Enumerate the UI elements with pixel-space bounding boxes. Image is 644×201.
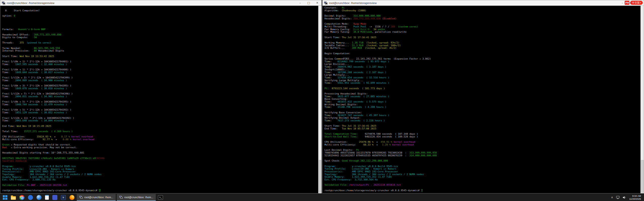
terminal-line: Start Time: Wed Nov 19 13:53:42 2025: [2, 55, 318, 58]
terminal-line: option: 0: [2, 15, 318, 17]
speaker-icon[interactable]: [623, 196, 626, 199]
scrollbar-thumb[interactable]: [319, 160, 321, 193]
display-icon[interactable]: [616, 196, 620, 199]
terminal-line: Start-to-End Wall Time: 9463226.454 seco…: [325, 135, 640, 138]
terminal-line: Algorithm: Chudnovsky (1988): [325, 9, 640, 12]
terminal-line: Time: 1948.744 seconds ( 32.479 minutes …: [2, 103, 318, 106]
globe-icon[interactable]: [36, 195, 42, 200]
chrome-icon[interactable]: [19, 195, 24, 200]
terminal-line: Begin Computation:: [325, 52, 640, 55]
terminal-line: Time: 1625.077 seconds ( 27.085 minutes …: [325, 95, 640, 98]
terminal-line: Time: 268474.982 seconds ( 3.107 days ): [325, 66, 640, 68]
document-icon[interactable]: [45, 195, 49, 200]
terminal-line: [325, 49, 640, 52]
terminal-line: [2, 23, 318, 25]
scrollbar[interactable]: [640, 6, 644, 193]
terminal-line: End Time: Wed Nov 19 18:15:49 2025: [2, 125, 318, 128]
terminal-line: Start Time: Thu Jul 31 17:16:41 2025: [325, 36, 640, 39]
chevron-down-icon: ▾: [640, 2, 641, 4]
putty-icon: [119, 195, 123, 199]
lightroom-icon[interactable]: lr: [61, 195, 66, 200]
terminal-line: [2, 20, 318, 23]
terminal-line: [2, 25, 318, 28]
terminal-line: 0 Start Computation!: [2, 9, 318, 12]
close-button[interactable]: ✕: [313, 0, 321, 6]
terminal-line: Constant: Pi: [325, 7, 640, 9]
terminal-window-right: root@crunchbox: /home/storagereview – □ …: [322, 0, 644, 193]
maximize-button[interactable]: □: [304, 0, 313, 6]
terminal-line: Time: 2094.031 seconds ( 34.901 minutes …: [2, 95, 318, 98]
minimize-button[interactable]: –: [296, 0, 304, 6]
terminal-line: Digits to Compute: 58: [2, 36, 318, 39]
terminal-line: root@crunchbox:/home/storagereview/y-cru…: [2, 189, 318, 192]
terminal-line: Validation File: /mnt/output/Pi - 202511…: [325, 184, 640, 186]
taskbar-window-button-label: root@crunchbox: /hom...: [124, 196, 153, 199]
terminal-line: End Time: Tue Nov 18 05:57:08 2025: [325, 127, 640, 130]
terminal-line: Validation File: Pi-BBP - 20251119-18155…: [2, 184, 318, 187]
terminal-line: Time: 8214462.799 seconds ( 95.075 days …: [325, 60, 640, 63]
terminal-line: Formula: Huvent's 8-term BBP: [2, 28, 318, 31]
terminal-line: Time: 1947.595 seconds ( 32.460 minutes …: [2, 63, 318, 66]
terminal-line: 5218154442 3122022057 8794933535 4650797…: [325, 154, 640, 157]
ime-badge[interactable]: PW 中文版 ▾: [625, 1, 643, 5]
taskbar-window-button-2[interactable]: root@crunchbox: /hom...: [117, 194, 156, 201]
terminal-output-right[interactable]: Constant: PiAlgorithm: Chudnovsky (1988)…: [323, 6, 640, 193]
terminal-line: 602275d1 38b25f61 7d2f2882 cfb9cafc ba54…: [2, 157, 318, 160]
clock-time: 9:34 AM: [629, 194, 641, 197]
terminal-line: Multi-core Efficiency: 66.33 % + 1.20 % …: [325, 143, 640, 146]
taskbar-pinned-icons: lr: [1, 195, 76, 200]
terminal-line: [325, 109, 640, 111]
terminal-line: Red = Extra working precision. May not b…: [2, 146, 318, 149]
terminal-line: Time: 1849.070 seconds ( 30.818 minutes …: [2, 87, 318, 90]
terminal-line: Time: 1851.129 seconds ( 30.852 minutes …: [2, 111, 318, 114]
terminal-line: Hexadecimal Digits: 260,771,355,448,658 …: [325, 17, 640, 20]
terminal-line: Total Time: 15727.271 seconds ( 4.369 ho…: [2, 130, 318, 133]
titlebar-right[interactable]: root@crunchbox: /home/storagereview – □ …: [323, 0, 644, 6]
taskbar: lr root@crunchbox: /hom... root@crunchbo…: [0, 193, 644, 201]
terminal-line: Time: 2093.648 seconds ( 34.894 minutes …: [2, 119, 318, 122]
terminal-line: Threads: 375 (pinned to cores): [2, 41, 318, 44]
terminal-line: Far Memory Tuning: 34.0 MiB/seek, parall…: [325, 31, 640, 33]
ime-language-label[interactable]: 中文版 ▾: [630, 1, 643, 5]
terminal-line: Time: 15148.798 seconds ( 4.208 hours ): [325, 106, 640, 109]
terminal-line: [2, 12, 318, 15]
ime-logo-icon[interactable]: PW: [625, 1, 629, 5]
terminal-line: [325, 20, 640, 23]
app-indigo-icon[interactable]: [52, 195, 57, 200]
putty-icon: [79, 195, 83, 199]
terminal-line: [325, 146, 640, 149]
firefox-icon[interactable]: [69, 195, 74, 200]
terminal-line: Pi: 8793223.144 seconds ( 101.773 days ): [325, 87, 640, 90]
app-blue-icon[interactable]: [28, 195, 33, 200]
terminal-line: Est. CPU Frequency: 2,600,731,135 Hz: [2, 178, 318, 181]
terminal-line: Time: 481655.432 seconds ( 5.575 days ): [325, 100, 640, 103]
tray-chevron-icon[interactable]: ∧: [611, 196, 613, 199]
terminal-line: [2, 17, 318, 20]
window-controls: – □ ✕: [296, 0, 321, 6]
terminal-line: 5de9f381 4989e236: [2, 160, 318, 163]
terminal-line: Internal Precision: 80 Hexadecimal Digit…: [2, 49, 318, 52]
taskbar-window-button-label: root@crunchbox: /hom...: [84, 196, 113, 199]
file-explorer-icon[interactable]: [11, 196, 16, 200]
window-title: root@crunchbox: /home/storagereview: [7, 2, 54, 5]
terminal-line: Time: 5561.951 seconds ( 92.699 minutes …: [325, 82, 640, 84]
start-icon[interactable]: [3, 195, 7, 200]
scrollbar-thumb[interactable]: [641, 160, 643, 193]
terminal-output-left[interactable]: 0 Start Computation! option: 0 Formula: …: [0, 6, 318, 193]
terminal-line: Time: 163427.747 seconds ( 45.397 hours …: [325, 114, 640, 117]
taskbar-window-button-1[interactable]: root@crunchbox: /hom...: [77, 194, 116, 201]
terminal-line: Time: 187206.260 seconds ( 2.167 days ): [325, 71, 640, 74]
taskbar-extra-icons: >_: [156, 195, 165, 200]
terminal-line: Hexadecimal Offset: 260,771,355,448,600: [2, 33, 318, 36]
terminal-line: Time: 117058.654 seconds ( 32.516 hours …: [325, 76, 640, 79]
scrollbar[interactable]: [318, 6, 321, 193]
titlebar-left[interactable]: root@crunchbox: /home/storagereview – □ …: [0, 0, 321, 6]
terminal-line: Hexadecimal Digits starting from: 16^-26…: [2, 152, 318, 154]
terminal-line: I/O Buffers... 289 MiB (locked, spread: …: [325, 47, 640, 49]
putty-icon: [324, 1, 328, 5]
clock-date: 11/20/2025: [629, 197, 641, 200]
terminal-line: Multi-core Efficiency: 92.77 % + 0.00 % …: [2, 138, 318, 141]
system-tray: ∧ 9:34 AM 11/20/2025: [611, 194, 644, 200]
terminal-icon[interactable]: >_: [158, 195, 163, 200]
taskbar-clock[interactable]: 9:34 AM 11/20/2025: [629, 194, 641, 200]
